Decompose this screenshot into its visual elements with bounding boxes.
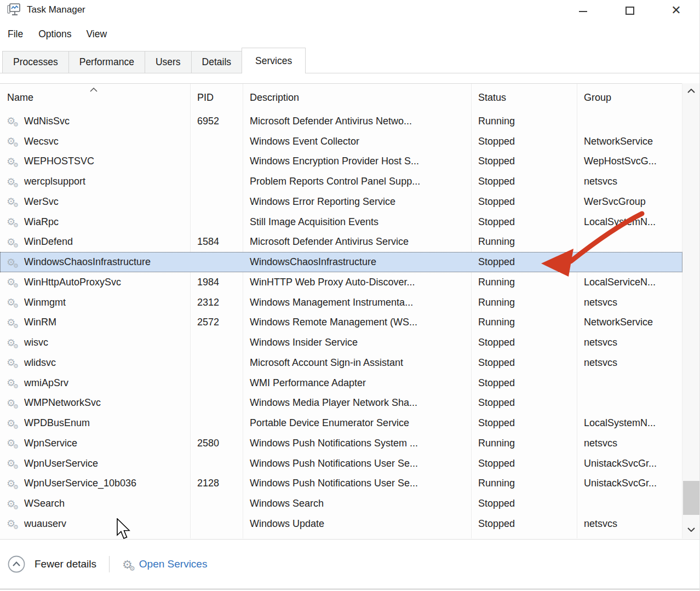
service-gear-icon: ⚙ — [7, 297, 20, 307]
service-group: UnistackSvcGr... — [577, 478, 682, 489]
table-row[interactable]: ⚙ WiaRpc Still Image Acquisition Events … — [0, 212, 682, 232]
service-group: LocalSystemN... — [577, 417, 682, 429]
column-header-description[interactable]: Description — [243, 84, 471, 111]
service-status: Stopped — [471, 156, 577, 167]
task-manager-window: Task Manager ✕ File Options View Process… — [0, 0, 700, 591]
vertical-scrollbar[interactable] — [682, 83, 699, 538]
service-description: Microsoft Defender Antivirus Netwo... — [243, 116, 471, 127]
service-status: Stopped — [471, 498, 577, 509]
table-row[interactable]: ⚙ WinRM 2572 Windows Remote Management (… — [0, 313, 682, 333]
scroll-down-button[interactable] — [682, 522, 699, 537]
menu-view[interactable]: View — [87, 28, 107, 40]
service-gear-icon: ⚙ — [7, 499, 20, 509]
table-row[interactable]: ⚙ WdNisSvc 6952 Microsoft Defender Antiv… — [0, 111, 682, 131]
service-name: WEPHOSTSVC — [24, 156, 94, 167]
service-pid: 1584 — [190, 236, 243, 248]
service-group: LocalServiceN... — [577, 277, 682, 288]
table-row[interactable]: ⚙ WMPNetworkSvc Windows Media Player Net… — [0, 393, 682, 414]
service-description: Still Image Acquisition Events — [243, 216, 471, 228]
service-name: WinHttpAutoProxySvc — [24, 277, 121, 288]
service-description: Windows Insider Service — [243, 337, 471, 348]
table-row[interactable]: ⚙ wuauserv Windows Update Stopped netsvc… — [0, 514, 682, 534]
service-status: Stopped — [471, 337, 577, 348]
table-row[interactable]: ⚙ WerSvc Windows Error Reporting Service… — [0, 192, 682, 212]
services-table: Name PID Description Status Group ⚙ WdNi… — [0, 83, 682, 538]
chevron-up-icon — [687, 89, 695, 93]
tab-details[interactable]: Details — [191, 51, 243, 73]
service-gear-icon: ⚙ — [7, 418, 20, 428]
service-name: WinRM — [24, 317, 56, 328]
tab-services[interactable]: Services — [242, 48, 306, 73]
service-group: LocalSystemN... — [577, 216, 682, 228]
service-group: netsvcs — [577, 297, 682, 308]
service-status: Running — [471, 317, 577, 328]
service-name: wlidsvc — [24, 357, 56, 369]
table-row[interactable]: ⚙ wercplsupport Problem Reports Control … — [0, 171, 682, 192]
service-gear-icon: ⚙ — [7, 136, 20, 146]
table-row[interactable]: ⚙ WinHttpAutoProxySvc 1984 WinHTTP Web P… — [0, 272, 682, 292]
close-button[interactable]: ✕ — [653, 0, 699, 21]
maximize-icon — [626, 7, 634, 15]
service-name: WSearch — [24, 498, 65, 509]
service-name: wercplsupport — [24, 176, 85, 187]
service-name: Wecsvc — [24, 136, 59, 147]
scrollbar-thumb[interactable] — [683, 481, 699, 515]
menu-file[interactable]: File — [8, 28, 23, 40]
table-row[interactable]: ⚙ wlidsvc Microsoft Account Sign-in Assi… — [0, 353, 682, 373]
tab-users[interactable]: Users — [145, 51, 192, 73]
chevron-up-circle-icon — [8, 555, 25, 573]
fewer-details-button[interactable]: Fewer details — [8, 555, 96, 573]
service-name: WindowsChaosInfrastructure — [24, 256, 151, 268]
table-body: ⚙ WdNisSvc 6952 Microsoft Defender Antiv… — [0, 111, 682, 534]
table-row[interactable]: ⚙ WpnUserService Windows Push Notificati… — [0, 454, 682, 474]
table-row[interactable]: ⚙ wisvc Windows Insider Service Stopped … — [0, 332, 682, 353]
service-description: WMI Performance Adapter — [243, 377, 471, 389]
service-gear-icon: ⚙ — [7, 458, 20, 468]
service-group: netsvcs — [577, 438, 682, 449]
table-row-selected[interactable]: ⚙ WindowsChaosInfrastructure WindowsChao… — [0, 252, 682, 272]
fewer-details-label: Fewer details — [35, 558, 96, 570]
column-header-status[interactable]: Status — [471, 84, 577, 111]
service-gear-icon: ⚙ — [7, 479, 20, 489]
column-header-pid[interactable]: PID — [190, 84, 243, 111]
table-row[interactable]: ⚙ WEPHOSTSVC Windows Encryption Provider… — [0, 152, 682, 172]
tab-processes[interactable]: Processes — [2, 51, 69, 73]
sort-ascending-icon — [89, 85, 98, 95]
table-row[interactable]: ⚙ wmiApSrv WMI Performance Adapter Stopp… — [0, 373, 682, 393]
table-row[interactable]: ⚙ Winmgmt 2312 Windows Management Instru… — [0, 292, 682, 313]
open-services-link[interactable]: ⚙ Open Services — [122, 558, 207, 570]
column-header-group[interactable]: Group — [577, 84, 682, 111]
tab-performance[interactable]: Performance — [68, 51, 145, 73]
service-status: Stopped — [471, 176, 577, 187]
service-status: Stopped — [471, 518, 577, 530]
service-name: wmiApSrv — [24, 377, 68, 389]
service-description: Windows Push Notifications User Se... — [243, 458, 471, 469]
minimize-button[interactable] — [560, 0, 606, 21]
service-status: Stopped — [471, 397, 577, 409]
service-name: WMPNetworkSvc — [24, 397, 101, 409]
service-pid: 2580 — [190, 438, 243, 449]
service-name: WPDBusEnum — [24, 417, 90, 429]
service-status: Stopped — [471, 216, 577, 228]
service-gear-icon: ⚙ — [7, 237, 20, 247]
service-gear-icon: ⚙ — [7, 398, 20, 408]
table-row[interactable]: ⚙ WinDefend 1584 Microsoft Defender Anti… — [0, 232, 682, 253]
table-row[interactable]: ⚙ Wecsvc Windows Event Collector Stopped… — [0, 131, 682, 152]
table-row[interactable]: ⚙ WPDBusEnum Portable Device Enumerator … — [0, 413, 682, 433]
maximize-button[interactable] — [606, 0, 653, 21]
service-status: Running — [471, 478, 577, 489]
table-row[interactable]: ⚙ WSearch Windows Search Stopped — [0, 494, 682, 514]
service-gear-icon: ⚙ — [7, 338, 20, 348]
service-status: Stopped — [471, 136, 577, 147]
service-gear-icon: ⚙ — [7, 318, 20, 328]
scroll-up-button[interactable] — [682, 83, 699, 99]
service-gear-icon: ⚙ — [7, 277, 20, 287]
service-description: Microsoft Defender Antivirus Service — [243, 236, 471, 248]
service-status: Running — [471, 438, 577, 449]
menu-options[interactable]: Options — [38, 28, 71, 40]
service-name: Winmgmt — [24, 297, 66, 308]
table-row[interactable]: ⚙ WpnUserService_10b036 2128 Windows Pus… — [0, 474, 682, 494]
table-row[interactable]: ⚙ WpnService 2580 Windows Push Notificat… — [0, 433, 682, 454]
tab-bar: Processes Performance Users Details Serv… — [0, 48, 699, 73]
service-status: Stopped — [471, 196, 577, 208]
